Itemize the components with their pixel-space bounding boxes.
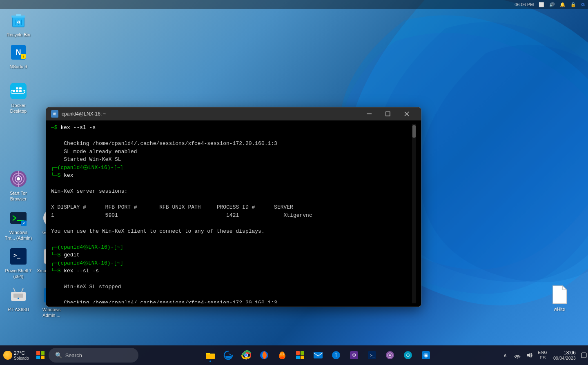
- tray-show-hidden[interactable]: ∧: [499, 347, 511, 363]
- svg-rect-91: [581, 353, 586, 358]
- topbar-time: 06:06 PM: [514, 2, 534, 7]
- term-blank-4: [51, 219, 412, 227]
- weather-widget[interactable]: 27°C Soleado: [0, 347, 32, 363]
- weather-condition: Soleado: [14, 356, 29, 361]
- taskbar-unknown2[interactable]: ⚙: [346, 347, 362, 363]
- svg-rect-13: [16, 90, 18, 92]
- terminal-content[interactable]: ─$ kex --sl -s Checking /home/cpanld4/.c…: [46, 120, 421, 307]
- svg-point-67: [281, 354, 281, 354]
- taskbar-chrome[interactable]: [238, 347, 254, 363]
- svg-point-64: [280, 352, 285, 357]
- svg-text:⚙: ⚙: [352, 352, 356, 358]
- maximize-button[interactable]: [379, 107, 397, 120]
- term-line-3: SL mode already enabled: [51, 148, 412, 156]
- svg-text:♻: ♻: [17, 20, 20, 24]
- svg-point-60: [245, 354, 247, 356]
- desktop-icon-powershell[interactable]: >_ PowerShell 7 (x64): [2, 245, 35, 281]
- desktop-icon-nsudo[interactable]: N ↑ NSudo 9: [2, 41, 35, 71]
- monitor-icon[interactable]: ⬜: [539, 2, 544, 7]
- term-line-4: Started Win-KeX SL: [51, 156, 412, 164]
- svg-rect-56: [206, 354, 215, 359]
- svg-text:O: O: [406, 353, 410, 358]
- taskbar-firefox[interactable]: [256, 347, 272, 363]
- taskbar-powershell[interactable]: >_: [364, 347, 380, 363]
- taskbar-pinned-apps: T ⚙ >_: [138, 347, 498, 363]
- svg-text:◉: ◉: [424, 353, 428, 358]
- tor-icon: [9, 169, 28, 189]
- close-button[interactable]: [397, 107, 416, 120]
- taskbar-store[interactable]: [292, 347, 308, 363]
- desktop-icon-tor[interactable]: Start Tor Browser: [2, 167, 35, 204]
- term-line-2: Checking /home/cpanld4/.cache/sessions/x…: [51, 140, 412, 148]
- tray-notification[interactable]: [580, 347, 588, 363]
- taskbar-unknown4[interactable]: ◉: [418, 347, 434, 363]
- bell-icon[interactable]: 🔔: [560, 2, 566, 7]
- svg-text:>_: >_: [13, 252, 20, 259]
- tray-network[interactable]: [512, 347, 523, 363]
- term-line-12: Win-KeX SL stopped: [51, 283, 412, 291]
- white-file-icon: [550, 285, 569, 305]
- powershell-label: PowerShell 7 (x64): [4, 268, 33, 280]
- svg-point-20: [17, 177, 20, 180]
- term-line-6: Win-KeX server sessions:: [51, 187, 412, 196]
- taskbar-file-explorer[interactable]: [202, 347, 218, 363]
- weather-temp: 27°C: [14, 350, 29, 356]
- tray-volume[interactable]: [524, 347, 535, 363]
- clock-time: 18:06: [564, 350, 576, 356]
- taskbar-unknown1[interactable]: T: [328, 347, 344, 363]
- svg-rect-2: [16, 14, 21, 16]
- desktop-icon-rt-ax88u[interactable]: RT-AX88U: [2, 284, 35, 314]
- taskbar-edge[interactable]: [220, 347, 236, 363]
- terminal-titlebar: ⊞ cpanld4@LNX-16: ~: [46, 107, 421, 120]
- search-label: Search: [65, 352, 82, 358]
- term-line-7: X DISPLAY # RFB PORT # RFB UNIX PATH PRO…: [51, 203, 412, 211]
- svg-rect-30: [13, 294, 23, 298]
- tor-label: Start Tor Browser: [4, 190, 33, 202]
- svg-line-32: [22, 288, 23, 292]
- svg-point-83: [389, 354, 391, 356]
- svg-point-69: [280, 356, 284, 359]
- terminal-scrollbar[interactable]: [412, 124, 416, 303]
- taskbar-unknown3[interactable]: O: [400, 347, 416, 363]
- search-bar[interactable]: 🔍 Search: [49, 348, 138, 363]
- taskbar-wsl[interactable]: [274, 347, 290, 363]
- top-system-bar: 06:06 PM ⬜ 🔊 🔔 🔒 G: [0, 0, 588, 9]
- clock[interactable]: 18:06 09/04/2023: [550, 347, 579, 363]
- terminal-window[interactable]: ⊞ cpanld4@LNX-16: ~: [46, 107, 421, 307]
- term-blank-1: [51, 132, 412, 140]
- volume-icon[interactable]: 🔊: [549, 2, 555, 7]
- term-line-10: └─$ gedit: [51, 251, 412, 259]
- window-controls: [360, 107, 416, 120]
- svg-rect-14: [19, 90, 22, 92]
- powershell-icon: >_: [9, 247, 28, 266]
- lang-primary: ENG: [538, 350, 548, 355]
- svg-marker-90: [527, 353, 530, 358]
- svg-text:T: T: [335, 353, 337, 358]
- svg-point-68: [283, 354, 283, 354]
- desktop-icon-docker[interactable]: Docker Desktop: [2, 80, 35, 116]
- start-button[interactable]: [32, 347, 49, 363]
- language-indicator[interactable]: ENG ES: [536, 347, 549, 363]
- term-prompt-3: ┌─(cpanld4㉿LNX-16)-[~]: [51, 259, 412, 267]
- taskbar-tor-browser[interactable]: [382, 347, 398, 363]
- desktop-icon-white-file[interactable]: wHite: [543, 283, 576, 314]
- minimize-button[interactable]: [360, 107, 379, 120]
- g-icon[interactable]: G: [581, 2, 585, 7]
- docker-label: Docker Desktop: [4, 102, 33, 114]
- recycle-bin-label: Recycle Bin: [7, 32, 30, 38]
- desktop: 06:06 PM ⬜ 🔊 🔔 🔒 G ♻ Recycle Bin: [0, 0, 588, 365]
- scrollbar-thumb[interactable]: [412, 125, 416, 138]
- svg-text:>_: >_: [370, 353, 375, 358]
- white-file-label: wHite: [554, 306, 565, 312]
- lock-icon[interactable]: 🔒: [570, 2, 576, 7]
- desktop-icon-recycle-bin[interactable]: ♻ Recycle Bin: [2, 9, 35, 39]
- svg-point-89: [517, 358, 518, 359]
- term-blank-7: [51, 291, 412, 299]
- rt-ax88u-icon: [9, 285, 28, 305]
- desktop-icon-terminal[interactable]: ↗ Windows Tm... (Admin): [2, 207, 35, 243]
- term-prompt-2: ┌─(cpanld4㉿LNX-16)-[~]: [51, 243, 412, 251]
- svg-rect-49: [386, 112, 390, 116]
- taskbar-mail[interactable]: [310, 347, 326, 363]
- svg-rect-54: [36, 356, 40, 359]
- rt-ax88u-label: RT-AX88U: [8, 307, 29, 312]
